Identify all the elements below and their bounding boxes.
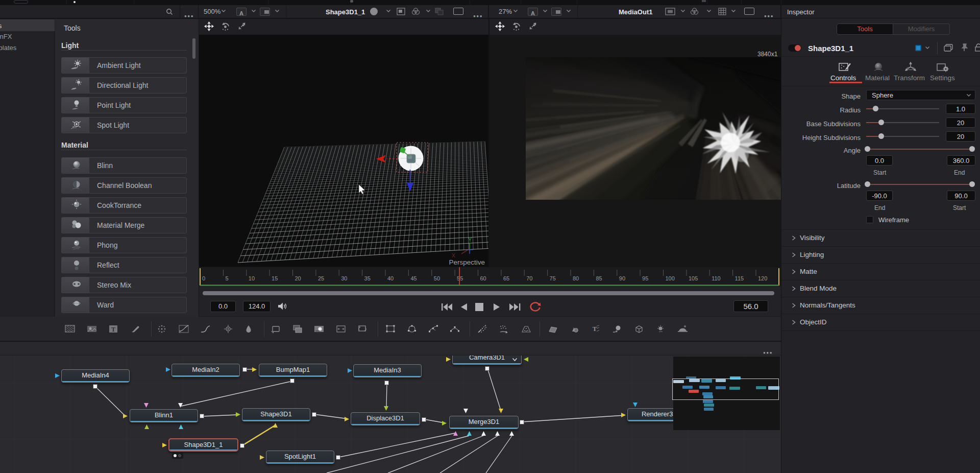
svg-text:15: 15 (272, 275, 278, 281)
svg-text:Perspective: Perspective (449, 258, 485, 266)
svg-text:35: 35 (364, 275, 371, 281)
svg-text:70: 70 (526, 275, 532, 281)
svg-text:110: 110 (712, 275, 721, 281)
svg-text:50: 50 (434, 275, 440, 281)
svg-text:20: 20 (295, 275, 301, 281)
svg-text:45: 45 (410, 275, 416, 281)
svg-text:120: 120 (758, 275, 767, 281)
svg-text:60: 60 (480, 275, 486, 281)
svg-text:10: 10 (249, 275, 255, 281)
svg-text:90: 90 (619, 275, 625, 281)
svg-text:105: 105 (689, 275, 698, 281)
svg-text:100: 100 (666, 275, 675, 281)
svg-text:55: 55 (457, 275, 463, 281)
svg-text:30: 30 (341, 275, 347, 281)
svg-text:T: T (111, 326, 115, 333)
svg-text:115: 115 (735, 275, 744, 281)
svg-text:25: 25 (318, 275, 324, 281)
svg-text:65: 65 (503, 275, 509, 281)
svg-text:0: 0 (202, 275, 205, 281)
svg-text:80: 80 (573, 275, 579, 281)
svg-text:Y: Y (468, 236, 472, 243)
svg-text:75: 75 (550, 275, 556, 281)
svg-text:T: T (593, 325, 597, 333)
svg-text:X: X (452, 252, 456, 258)
svg-text:40: 40 (387, 275, 394, 281)
svg-text:85: 85 (596, 275, 602, 281)
svg-text:5: 5 (225, 275, 228, 281)
svg-text:95: 95 (642, 275, 648, 281)
